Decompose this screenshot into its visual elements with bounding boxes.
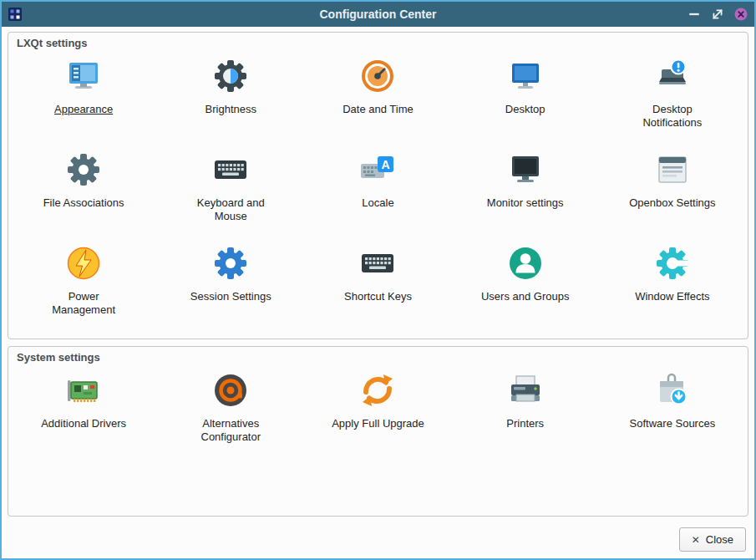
alternatives-configurator-icon [211, 370, 251, 410]
launcher-label: Window Effects [635, 290, 709, 303]
launcher-window-effects[interactable]: Window Effects [599, 240, 746, 333]
appearance-icon [63, 56, 104, 96]
launcher-desktop[interactable]: Desktop [452, 53, 599, 146]
launcher-users-and-groups[interactable]: Users and Groups [452, 240, 599, 333]
group-title: System settings [17, 351, 100, 364]
session-settings-icon [211, 243, 251, 283]
launcher-label: Session Settings [190, 290, 271, 303]
launcher-label: Date and Time [342, 103, 414, 116]
window-controls [688, 8, 748, 21]
file-associations-icon [63, 150, 104, 190]
titlebar[interactable]: Configuration Center [2, 2, 754, 27]
date-time-icon [358, 56, 398, 96]
launcher-appearance[interactable]: Appearance [10, 53, 157, 146]
group-lxqt-settings: LXQt settingsAppearanceBrightnessDate an… [8, 32, 748, 339]
launcher-label: Locale [362, 196, 393, 210]
additional-drivers-icon [63, 370, 104, 410]
openbox-settings-icon [652, 150, 693, 190]
launcher-date-and-time[interactable]: Date and Time [304, 53, 451, 146]
launcher-label: Monitor settings [487, 196, 564, 210]
svg-text:A: A [382, 158, 390, 171]
window-effects-icon [652, 243, 693, 283]
launcher-software-sources[interactable]: Software Sources [599, 367, 746, 461]
close-icon: ✕ [692, 534, 700, 546]
close-window-icon[interactable] [734, 8, 748, 21]
power-management-icon [63, 243, 104, 283]
launcher-label: Desktop Notifications [624, 103, 721, 130]
launcher-label: Openbox Settings [629, 196, 715, 210]
launcher-label: Users and Groups [481, 290, 570, 303]
users-groups-icon [505, 243, 545, 283]
launcher-power-management[interactable]: Power Management [10, 240, 157, 333]
window-title: Configuration Center [2, 8, 754, 21]
printers-icon [505, 370, 545, 410]
launcher-label: Keyboard and Mouse [182, 196, 279, 223]
launcher-openbox-settings[interactable]: Openbox Settings [599, 146, 746, 240]
apply-full-upgrade-icon [358, 370, 398, 410]
group-title: LXQt settings [17, 37, 88, 49]
software-sources-icon [652, 370, 693, 410]
launcher-shortcut-keys[interactable]: Shortcut Keys [304, 240, 451, 333]
group-system-settings: System settingsAdditional DriversAlterna… [8, 346, 748, 517]
restore-icon[interactable] [711, 8, 724, 21]
launcher-label: Desktop [505, 103, 545, 116]
configuration-center-window: Configuration Center LXQt settingsAppear… [0, 0, 756, 560]
content-area: LXQt settingsAppearanceBrightnessDate an… [2, 27, 754, 558]
keyboard-mouse-icon [211, 150, 251, 190]
monitor-settings-icon [505, 150, 545, 190]
close-button[interactable]: ✕ Close [679, 527, 746, 552]
launcher-locale[interactable]: ALocale [304, 146, 451, 240]
footer: ✕ Close [8, 523, 748, 552]
launcher-printers[interactable]: Printers [452, 367, 599, 461]
launcher-grid: AppearanceBrightnessDate and TimeDesktop… [10, 53, 746, 333]
launcher-keyboard-and-mouse[interactable]: Keyboard and Mouse [157, 146, 304, 240]
launcher-label: Appearance [54, 103, 113, 116]
launcher-desktop-notifications[interactable]: Desktop Notifications [599, 53, 746, 146]
launcher-label: Printers [506, 417, 544, 430]
launcher-label: File Associations [43, 196, 124, 210]
launcher-apply-full-upgrade[interactable]: Apply Full Upgrade [304, 367, 451, 461]
shortcut-keys-icon [358, 243, 398, 283]
launcher-session-settings[interactable]: Session Settings [157, 240, 304, 333]
launcher-label: Power Management [35, 290, 132, 317]
launcher-label: Additional Drivers [41, 417, 126, 430]
launcher-label: Apply Full Upgrade [332, 417, 424, 430]
launcher-alternatives-configurator[interactable]: Alternatives Configurator [157, 367, 304, 461]
launcher-monitor-settings[interactable]: Monitor settings [452, 146, 599, 240]
launcher-label: Brightness [205, 103, 256, 116]
desktop-icon [505, 56, 545, 96]
close-button-label: Close [706, 533, 733, 546]
desktop-notifications-icon [652, 56, 693, 96]
minimize-icon[interactable] [688, 8, 701, 21]
launcher-additional-drivers[interactable]: Additional Drivers [10, 367, 157, 461]
launcher-grid: Additional DriversAlternatives Configura… [10, 367, 746, 461]
app-icon [8, 8, 22, 21]
locale-icon: A [358, 150, 398, 190]
launcher-label: Software Sources [630, 417, 716, 430]
brightness-icon [211, 56, 251, 96]
launcher-label: Shortcut Keys [344, 290, 412, 303]
launcher-label: Alternatives Configurator [182, 417, 279, 444]
launcher-file-associations[interactable]: File Associations [10, 146, 157, 240]
launcher-brightness[interactable]: Brightness [157, 53, 304, 146]
